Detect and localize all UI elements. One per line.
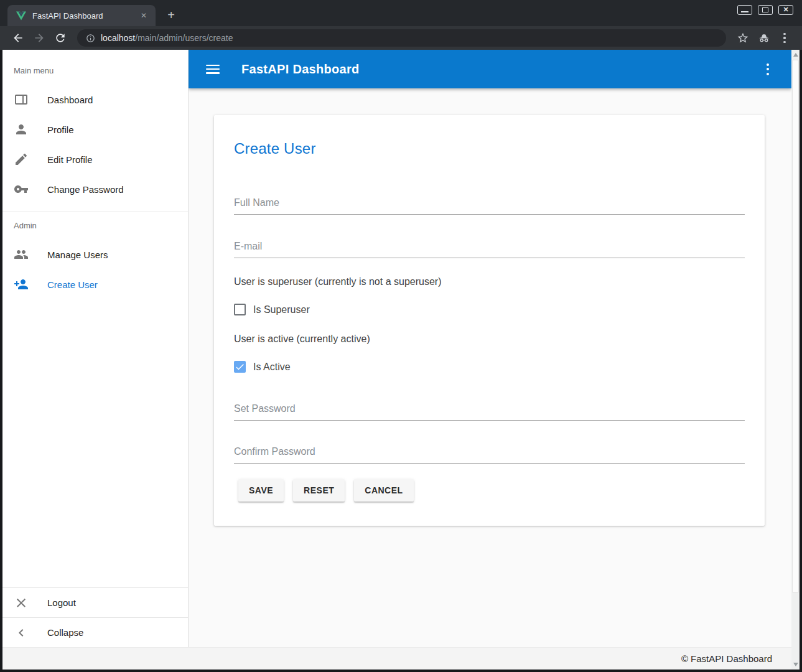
forward-arrow-icon xyxy=(33,32,45,44)
active-checkbox-label: Is Active xyxy=(253,362,291,373)
scroll-up-icon[interactable] xyxy=(793,53,798,57)
back-arrow-icon xyxy=(12,32,24,44)
main-content: FastAPI Dashboard Create User User is su… xyxy=(189,50,791,647)
people-icon xyxy=(14,247,29,262)
url-path: /main/admin/users/create xyxy=(135,33,233,43)
page-info-icon[interactable] xyxy=(86,34,95,43)
confirm-password-field xyxy=(234,446,745,464)
person-icon xyxy=(14,122,29,137)
superuser-note: User is superuser (currently is not a su… xyxy=(234,276,745,287)
hamburger-menu-button[interactable] xyxy=(206,65,220,74)
new-tab-button[interactable]: + xyxy=(163,7,179,24)
back-button[interactable] xyxy=(11,30,26,45)
bookmark-button[interactable] xyxy=(735,30,750,45)
browser-tab[interactable]: FastAPI Dashboard ✕ xyxy=(7,5,156,26)
sidebar-item-change-password[interactable]: Change Password xyxy=(2,174,188,204)
star-icon xyxy=(737,32,749,44)
minimize-icon xyxy=(741,11,748,12)
appbar-title: FastAPI Dashboard xyxy=(241,62,360,77)
reload-button[interactable] xyxy=(53,30,68,45)
appbar-menu-button[interactable] xyxy=(762,61,774,78)
browser-menu-button[interactable] xyxy=(777,33,792,44)
sidebar-item-label: Edit Profile xyxy=(47,154,93,165)
window-close-button[interactable]: ✕ xyxy=(778,5,793,15)
tab-title: FastAPI Dashboard xyxy=(32,11,138,21)
pencil-icon xyxy=(14,152,29,167)
menu-dots-icon xyxy=(783,33,786,35)
forward-button[interactable] xyxy=(32,30,47,45)
sidebar-section-admin: Admin xyxy=(2,220,188,232)
maximize-icon xyxy=(762,7,768,12)
sidebar-item-collapse[interactable]: Collapse xyxy=(2,617,188,647)
sidebar-item-label: Logout xyxy=(47,597,76,608)
active-note: User is active (currently active) xyxy=(234,334,745,345)
sidebar-item-manage-users[interactable]: Manage Users xyxy=(2,240,188,269)
sidebar-item-label: Manage Users xyxy=(47,250,108,260)
hamburger-icon xyxy=(206,65,220,67)
superuser-checkbox-label: Is Superuser xyxy=(253,304,310,315)
copyright-text: © FastAPI Dashboard xyxy=(681,653,772,664)
app-footer: © FastAPI Dashboard xyxy=(2,647,791,670)
scrollbar-thumb[interactable] xyxy=(792,60,799,593)
cancel-button[interactable]: CANCEL xyxy=(354,479,413,502)
browser-titlebar: FastAPI Dashboard ✕ + ✕ xyxy=(0,0,802,26)
url-text: localhost/main/admin/users/create xyxy=(101,33,233,43)
reload-icon xyxy=(54,32,67,44)
email-field xyxy=(234,241,745,258)
scroll-down-icon[interactable] xyxy=(793,663,798,666)
browser-window: FastAPI Dashboard ✕ + ✕ localhost/main/a… xyxy=(0,0,802,672)
sidebar-item-label: Profile xyxy=(47,124,74,135)
vue-logo-icon xyxy=(16,11,26,21)
window-maximize-button[interactable] xyxy=(758,5,773,15)
sidebar-item-dashboard[interactable]: Dashboard xyxy=(2,85,188,114)
full-name-input[interactable] xyxy=(234,197,745,215)
close-icon xyxy=(14,595,29,610)
email-input[interactable] xyxy=(234,241,745,258)
set-password-field xyxy=(234,403,745,421)
full-name-field xyxy=(234,197,745,215)
person-add-icon xyxy=(14,277,29,292)
page-title: Create User xyxy=(234,140,745,157)
superuser-checkbox-row[interactable]: Is Superuser xyxy=(234,304,745,315)
reset-button[interactable]: RESET xyxy=(293,479,345,502)
set-password-input[interactable] xyxy=(234,403,745,421)
tab-close-icon[interactable]: ✕ xyxy=(138,10,149,21)
window-controls: ✕ xyxy=(737,5,793,15)
checkbox-checked-icon[interactable] xyxy=(234,361,246,373)
appbar: FastAPI Dashboard xyxy=(189,50,791,88)
url-host: localhost xyxy=(101,33,135,43)
create-user-card: Create User User is superuser (currently… xyxy=(214,115,765,526)
sidebar: Main menu Dashboard Profile Edit Profile xyxy=(2,50,189,647)
active-checkbox-row[interactable]: Is Active xyxy=(234,361,745,373)
checkbox-unchecked-icon[interactable] xyxy=(234,304,246,315)
close-icon: ✕ xyxy=(779,6,793,14)
sidebar-item-label: Collapse xyxy=(47,627,83,638)
incognito-icon xyxy=(758,32,770,44)
sidebar-item-logout[interactable]: Logout xyxy=(2,587,188,617)
sidebar-item-label: Create User xyxy=(47,279,98,290)
sidebar-bottom: Logout Collapse xyxy=(2,587,188,647)
confirm-password-input[interactable] xyxy=(234,446,745,464)
page-scrollbar[interactable] xyxy=(791,50,800,670)
sidebar-item-profile[interactable]: Profile xyxy=(2,114,188,144)
save-button[interactable]: SAVE xyxy=(238,479,284,502)
address-bar[interactable]: localhost/main/admin/users/create xyxy=(77,29,726,47)
browser-toolbar: localhost/main/admin/users/create xyxy=(0,26,802,50)
window-minimize-button[interactable] xyxy=(737,5,752,15)
incognito-indicator xyxy=(757,30,772,45)
form-actions: SAVE RESET CANCEL xyxy=(234,479,745,502)
sidebar-item-label: Dashboard xyxy=(47,95,93,105)
sidebar-item-edit-profile[interactable]: Edit Profile xyxy=(2,144,188,174)
sidebar-item-create-user[interactable]: Create User xyxy=(2,269,188,299)
sidebar-item-label: Change Password xyxy=(47,184,124,195)
key-icon xyxy=(14,182,29,197)
chevron-left-icon xyxy=(14,625,29,640)
sidebar-section-main-menu: Main menu xyxy=(2,65,188,77)
kebab-menu-icon xyxy=(767,63,769,66)
dashboard-icon xyxy=(14,92,29,107)
